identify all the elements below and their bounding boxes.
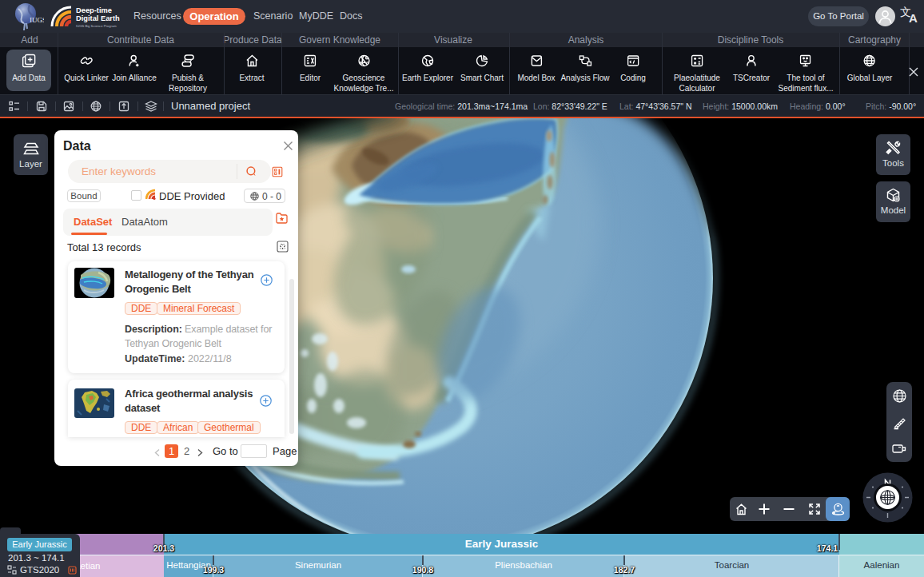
svg-text:Deep-time: Deep-time	[76, 6, 112, 14]
svg-text:Digital Earth: Digital Earth	[76, 14, 120, 22]
svg-text:IUGS: IUGS	[30, 16, 44, 24]
svg-text:IUGS Big Science Program: IUGS Big Science Program	[76, 24, 117, 28]
